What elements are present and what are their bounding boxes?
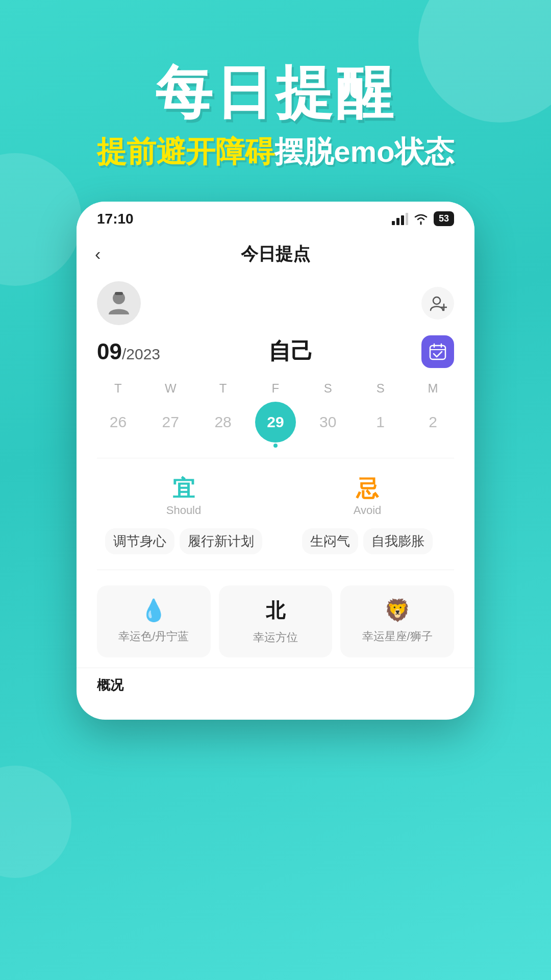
bottom-tab[interactable]: 概况 <box>77 668 474 699</box>
app-header: ‹ 今日提点 <box>77 232 474 271</box>
wifi-icon <box>413 213 429 225</box>
week-days-row[interactable]: 262728293012 <box>92 402 459 443</box>
hero-section: 每日提醒 提前避开障碍 摆脱emo状态 <box>0 0 551 171</box>
divider-2 <box>97 570 454 570</box>
avatar[interactable] <box>97 281 141 325</box>
should-items: 调节身心履行新计划 <box>97 528 270 554</box>
week-day-label: T <box>97 381 138 396</box>
should-item-tag: 履行新计划 <box>180 528 262 554</box>
week-day-label: S <box>308 381 348 396</box>
week-day-cell[interactable]: 26 <box>97 402 138 443</box>
should-header: 宜 Should <box>97 474 270 520</box>
calendar-icon <box>429 342 447 361</box>
svg-point-6 <box>433 297 440 304</box>
date-month: 09 <box>97 339 122 364</box>
lucky-direction-card: 北 幸运方位 <box>219 585 333 657</box>
signal-icon <box>392 213 408 225</box>
hero-title: 每日提醒 <box>0 61 551 124</box>
lucky-constellation-label: 幸运星座/狮子 <box>362 629 433 644</box>
week-day-cell[interactable]: 2 <box>412 402 453 443</box>
avoid-items: 生闷气自我膨胀 <box>281 528 454 554</box>
week-days-header: TWTFSSM <box>92 381 459 396</box>
svg-rect-0 <box>392 221 395 225</box>
week-day-label: T <box>203 381 243 396</box>
avoid-item-tag: 自我膨胀 <box>363 528 433 554</box>
avoid-header: 忌 Avoid <box>281 474 454 520</box>
week-day-cell[interactable]: 29 <box>255 402 296 443</box>
should-item-tag: 调节身心 <box>105 528 174 554</box>
svg-rect-2 <box>401 215 404 225</box>
hero-subtitle-white: 摆脱emo状态 <box>274 132 454 170</box>
should-column: 宜 Should 调节身心履行新计划 <box>97 474 270 554</box>
svg-rect-5 <box>115 292 123 295</box>
status-icons: 53 <box>392 211 454 226</box>
lucky-color-card: 💧 幸运色/丹宁蓝 <box>97 585 211 657</box>
should-sub-label: Should <box>166 504 202 517</box>
avoid-sub-label: Avoid <box>354 504 382 517</box>
svg-rect-3 <box>406 213 408 225</box>
svg-rect-1 <box>396 218 399 225</box>
lucky-constellation-icon: 🦁 <box>384 598 411 623</box>
phone-mockup: 17:10 53 ‹ 今日提点 <box>77 202 474 720</box>
lucky-color-icon: 💧 <box>140 598 167 623</box>
week-day-label: F <box>255 381 296 396</box>
avoid-column: 忌 Avoid 生闷气自我膨胀 <box>281 474 454 554</box>
bottom-tab-label: 概况 <box>97 677 123 693</box>
add-person-icon <box>429 294 447 312</box>
week-day-cell[interactable]: 28 <box>203 402 243 443</box>
date-display: 09/2023 <box>97 339 160 364</box>
week-day-label: W <box>150 381 191 396</box>
back-button[interactable]: ‹ <box>95 244 101 264</box>
lucky-constellation-card: 🦁 幸运星座/狮子 <box>340 585 454 657</box>
week-day-label: S <box>360 381 401 396</box>
divider-1 <box>97 458 454 458</box>
lucky-section: 💧 幸运色/丹宁蓝 北 幸运方位 🦁 幸运星座/狮子 <box>77 575 474 668</box>
lucky-color-label: 幸运色/丹宁蓝 <box>118 629 189 644</box>
hero-subtitle: 提前避开障碍 摆脱emo状态 <box>0 132 551 170</box>
calendar-icon-button[interactable] <box>421 335 454 368</box>
date-year: /2023 <box>122 346 160 362</box>
avoid-item-tag: 生闷气 <box>302 528 358 554</box>
should-main-label: 宜 <box>172 474 195 504</box>
app-title: 今日提点 <box>241 242 310 266</box>
date-row: 09/2023 自己 <box>77 330 474 376</box>
bg-decoration-circle-bottom <box>0 766 71 878</box>
lucky-direction-icon: 北 <box>266 598 285 624</box>
svg-rect-9 <box>430 346 445 359</box>
week-day-cell[interactable]: 27 <box>150 402 191 443</box>
avatar-person-icon <box>105 289 133 317</box>
week-day-cell[interactable]: 1 <box>360 402 401 443</box>
lucky-direction-label: 幸运方位 <box>253 630 298 645</box>
profile-section <box>77 271 474 330</box>
status-time: 17:10 <box>97 211 134 227</box>
status-bar: 17:10 53 <box>77 202 474 232</box>
avoid-main-label: 忌 <box>356 474 379 504</box>
calendar-week: TWTFSSM 262728293012 <box>77 376 474 453</box>
phone-mockup-wrapper: 17:10 53 ‹ 今日提点 <box>0 202 551 720</box>
should-avoid-section: 宜 Should 调节身心履行新计划 忌 Avoid 生闷气自我膨胀 <box>77 463 474 565</box>
add-person-button[interactable] <box>421 287 454 320</box>
person-name: 自己 <box>160 336 421 366</box>
battery-badge: 53 <box>434 211 454 226</box>
hero-subtitle-yellow: 提前避开障碍 <box>97 132 274 170</box>
week-day-cell[interactable]: 30 <box>308 402 348 443</box>
week-day-label: M <box>412 381 453 396</box>
